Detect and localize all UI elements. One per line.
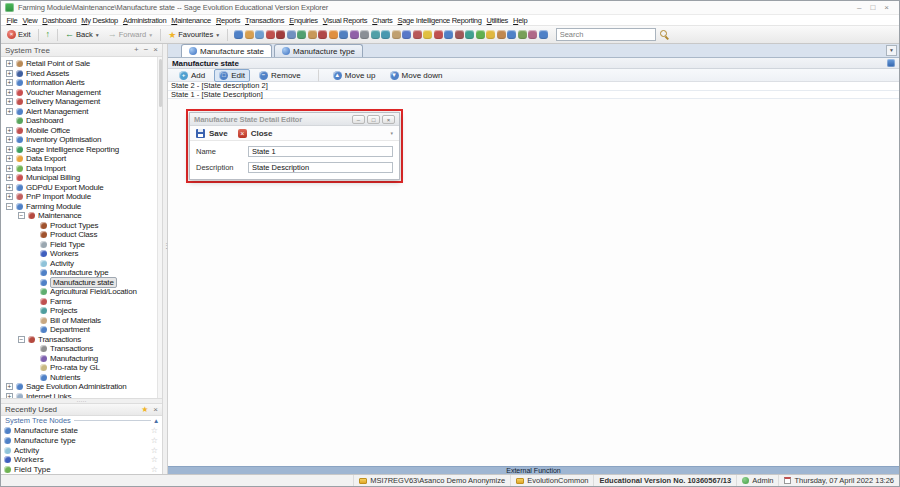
tree-item[interactable]: Field Type	[1, 240, 162, 250]
menu-item[interactable]: File	[4, 16, 20, 25]
tree-scrollbar[interactable]	[157, 57, 162, 398]
tree-item[interactable]: + Retail Point of Sale	[1, 59, 162, 69]
tree-item[interactable]: Manufacture state	[1, 278, 162, 288]
shortcut-icon[interactable]	[371, 30, 380, 39]
expander-icon[interactable]: +	[6, 155, 13, 162]
expander-icon[interactable]: +	[6, 60, 13, 67]
menu-item[interactable]: Visual Reports	[320, 16, 369, 25]
forward-button[interactable]: → Forward ▼	[105, 29, 156, 40]
tree-item[interactable]: + Sage Intelligence Reporting	[1, 145, 162, 155]
shortcut-icon[interactable]	[423, 30, 432, 39]
shortcut-icon[interactable]	[497, 30, 506, 39]
collapse-section-icon[interactable]: ▴	[154, 416, 158, 425]
scrollbar-thumb[interactable]	[159, 59, 162, 107]
menu-item[interactable]: Utilities	[484, 16, 510, 25]
shortcut-icon[interactable]	[507, 30, 516, 39]
shortcut-icon[interactable]	[434, 30, 443, 39]
tree-item[interactable]: Pro-rata by GL	[1, 363, 162, 373]
tree-item[interactable]: + PnP Import Module	[1, 192, 162, 202]
favorite-star-icon[interactable]: ☆	[151, 436, 158, 445]
tab-overflow-button[interactable]: ▼	[886, 45, 897, 56]
tree-item[interactable]: Department	[1, 325, 162, 335]
minimize-icon[interactable]: –	[857, 3, 861, 13]
expander-icon[interactable]: −	[18, 212, 25, 219]
action-button[interactable]: □ Edit	[214, 69, 250, 82]
tree-item[interactable]: Nutrients	[1, 373, 162, 383]
search-icon[interactable]	[659, 29, 670, 40]
description-field[interactable]	[248, 162, 393, 173]
name-field[interactable]	[248, 146, 393, 157]
tree-item[interactable]: Activity	[1, 259, 162, 269]
menu-item[interactable]: Administration	[120, 16, 168, 25]
recently-used-item[interactable]: Manufacture state ☆	[1, 426, 162, 436]
document-tab[interactable]: Manufacture state	[181, 44, 272, 57]
up-level-button[interactable]: ↑	[43, 29, 54, 40]
tree-item[interactable]: Transactions	[1, 344, 162, 354]
expand-all-icon[interactable]: +	[134, 45, 139, 55]
favorite-star-icon[interactable]: ☆	[151, 465, 158, 474]
shortcut-icon[interactable]	[402, 30, 411, 39]
shortcut-icon[interactable]	[455, 30, 464, 39]
dialog-maximize-icon[interactable]: □	[367, 115, 380, 124]
back-button[interactable]: ← Back ▼	[62, 29, 103, 40]
expander-icon[interactable]: +	[6, 193, 13, 200]
shortcut-icon[interactable]	[255, 30, 264, 39]
shortcut-icon[interactable]	[276, 30, 285, 39]
panel-options-icon[interactable]	[887, 59, 895, 67]
favorite-star-icon[interactable]: ☆	[151, 426, 158, 435]
tree-item[interactable]: + Inventory Optimisation	[1, 135, 162, 145]
collapse-all-icon[interactable]: −	[144, 45, 149, 55]
shortcut-icon[interactable]	[518, 30, 527, 39]
list-item[interactable]: State 2 - [State description 2]	[168, 82, 899, 91]
tree-item[interactable]: Agricultural Field/Location	[1, 287, 162, 297]
shortcut-icon[interactable]	[360, 30, 369, 39]
expander-icon[interactable]: −	[18, 336, 25, 343]
dialog-minimize-icon[interactable]: –	[352, 115, 365, 124]
action-button[interactable]: ▲ Move up	[318, 69, 381, 82]
action-button[interactable]: + Add	[174, 69, 210, 82]
favorite-star-icon[interactable]: ☆	[151, 446, 158, 455]
tree-item[interactable]: + Information Alerts	[1, 78, 162, 88]
menu-item[interactable]: View	[20, 16, 40, 25]
expander-icon[interactable]: +	[6, 174, 13, 181]
tree-item[interactable]: + GDPdU Export Module	[1, 183, 162, 193]
save-button[interactable]: Save	[209, 129, 228, 138]
shortcut-icon[interactable]	[245, 30, 254, 39]
menu-item[interactable]: My Desktop	[79, 16, 121, 25]
favorite-star-icon[interactable]: ☆	[151, 455, 158, 464]
tree-item[interactable]: + Data Import	[1, 164, 162, 174]
shortcut-icon[interactable]	[486, 30, 495, 39]
tree-item[interactable]: + Delivery Management	[1, 97, 162, 107]
expander-icon[interactable]: +	[6, 98, 13, 105]
close-icon[interactable]: ×	[884, 3, 889, 13]
close-button[interactable]: Close	[251, 129, 273, 138]
list-item[interactable]: State 1 - [State Description]	[168, 91, 899, 100]
expander-icon[interactable]: +	[6, 89, 13, 96]
tree-item[interactable]: Product Types	[1, 221, 162, 231]
tree-item[interactable]: + Municipal Billing	[1, 173, 162, 183]
expander-icon[interactable]: +	[6, 146, 13, 153]
tree-item[interactable]: Projects	[1, 306, 162, 316]
toolbar-menu-icon[interactable]: ▾	[390, 130, 393, 136]
expander-icon[interactable]: +	[6, 165, 13, 172]
recently-used-item[interactable]: Manufacture type ☆	[1, 435, 162, 445]
shortcut-icon[interactable]	[266, 30, 275, 39]
menu-item[interactable]: Enquiries	[287, 16, 321, 25]
tree-item[interactable]: + Fixed Assets	[1, 69, 162, 79]
dialog-title-bar[interactable]: Manufacture State Detail Editor – □ ×	[190, 113, 399, 126]
tree-item[interactable]: + Mobile Office	[1, 126, 162, 136]
shortcut-icon[interactable]	[339, 30, 348, 39]
tree-item[interactable]: Bill of Materials	[1, 316, 162, 326]
shortcut-icon[interactable]	[392, 30, 401, 39]
shortcut-icon[interactable]	[234, 30, 243, 39]
expander-icon[interactable]: +	[6, 108, 13, 115]
expander-icon[interactable]: +	[6, 393, 13, 398]
menu-item[interactable]: Sage Intelligence Reporting	[395, 16, 484, 25]
expander-icon[interactable]: +	[6, 127, 13, 134]
recently-used-item[interactable]: Workers ☆	[1, 455, 162, 465]
shortcut-icon[interactable]	[381, 30, 390, 39]
shortcut-icon[interactable]	[465, 30, 474, 39]
document-tab[interactable]: Manufacture type	[274, 44, 363, 57]
tree-item[interactable]: Manufacturing	[1, 354, 162, 364]
recently-used-item[interactable]: Activity ☆	[1, 445, 162, 455]
